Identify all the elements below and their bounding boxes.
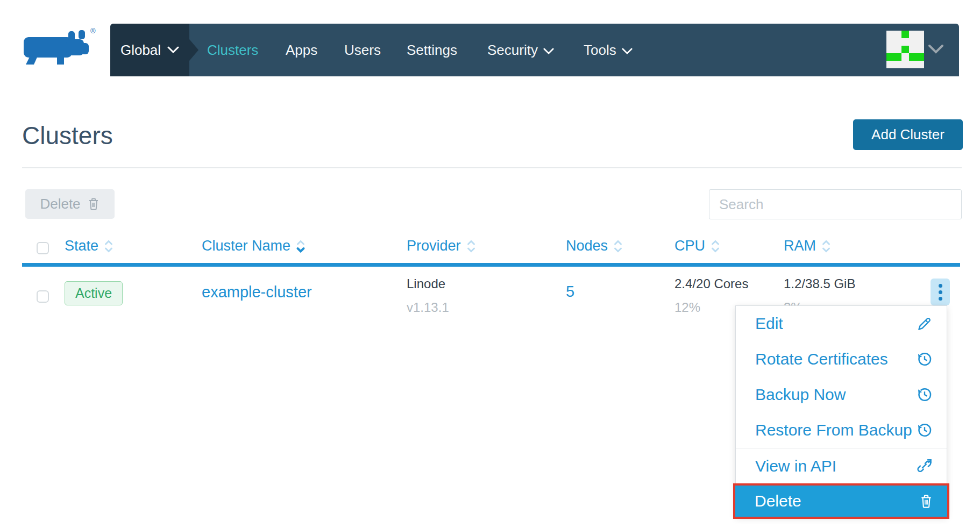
nav-item-tools[interactable]: Tools (584, 24, 633, 76)
clusters-page: ® Global Clusters Apps Users Settings Se… (0, 0, 980, 528)
sort-icon (466, 238, 476, 254)
nav-item-settings[interactable]: Settings (407, 24, 457, 76)
cpu-percent: 12% (674, 300, 700, 315)
history-icon (917, 351, 933, 367)
search-input[interactable] (709, 189, 962, 219)
nav-item-security[interactable]: Security (487, 24, 554, 76)
top-navbar: Global Clusters Apps Users Settings Secu… (110, 24, 959, 76)
table-header-rule (22, 263, 960, 267)
nodes-count-link[interactable]: 5 (566, 283, 574, 301)
trash-icon (87, 197, 100, 211)
menu-item-edit[interactable]: Edit (736, 306, 947, 341)
column-header-ram[interactable]: RAM (784, 238, 831, 254)
column-header-cpu[interactable]: CPU (674, 238, 720, 254)
provider-cell: Linode (407, 276, 445, 291)
avatar[interactable] (886, 31, 924, 68)
menu-item-backup-now[interactable]: Backup Now (736, 377, 947, 412)
nav-item-apps[interactable]: Apps (286, 24, 317, 76)
logo-trademark: ® (90, 27, 96, 35)
history-icon (917, 387, 933, 403)
sort-icon (296, 238, 306, 254)
row-checkbox[interactable] (37, 290, 49, 303)
provider-version: v1.13.1 (407, 300, 449, 315)
sort-icon (104, 238, 113, 254)
add-cluster-button[interactable]: Add Cluster (853, 119, 963, 150)
chevron-down-icon (543, 48, 554, 55)
sort-icon (821, 238, 831, 254)
nav-global-label: Global (120, 42, 161, 59)
nav-global-dropdown[interactable]: Global (110, 24, 189, 76)
chevron-down-icon (167, 46, 179, 54)
history-icon (917, 422, 933, 438)
page-title: Clusters (22, 121, 113, 150)
status-badge: Active (65, 281, 123, 305)
menu-item-rotate-certificates[interactable]: Rotate Certificates (736, 341, 947, 377)
column-header-cluster-name[interactable]: Cluster Name (202, 238, 306, 254)
column-header-state[interactable]: State (65, 238, 113, 254)
rancher-logo (24, 29, 91, 66)
menu-item-restore-from-backup[interactable]: Restore From Backup (736, 412, 947, 448)
chevron-down-icon[interactable] (928, 44, 944, 55)
column-header-provider[interactable]: Provider (407, 238, 476, 254)
bulk-delete-button[interactable]: Delete (25, 189, 115, 219)
external-link-icon (915, 458, 933, 474)
menu-item-view-in-api[interactable]: View in API (736, 448, 947, 483)
select-all-checkbox[interactable] (37, 242, 49, 254)
row-actions-menu: Edit Rotate Certificates Backup Now Rest… (735, 305, 947, 517)
menu-item-delete[interactable]: Delete (733, 483, 949, 519)
pencil-icon (917, 316, 933, 332)
column-header-nodes[interactable]: Nodes (566, 238, 623, 254)
breadcrumb-arrow-icon (189, 39, 198, 61)
nav-item-clusters[interactable]: Clusters (207, 24, 258, 76)
sort-icon (613, 238, 623, 254)
ram-cell: 1.2/38.5 GiB (784, 276, 855, 291)
chevron-down-icon (622, 48, 633, 55)
sort-icon (711, 238, 720, 254)
trash-icon (919, 494, 933, 509)
cpu-cell: 2.4/20 Cores (674, 276, 748, 291)
cluster-name-link[interactable]: example-cluster (202, 283, 312, 301)
header-divider (22, 167, 962, 168)
nav-item-users[interactable]: Users (344, 24, 381, 76)
row-actions-menu-button[interactable] (931, 279, 950, 305)
